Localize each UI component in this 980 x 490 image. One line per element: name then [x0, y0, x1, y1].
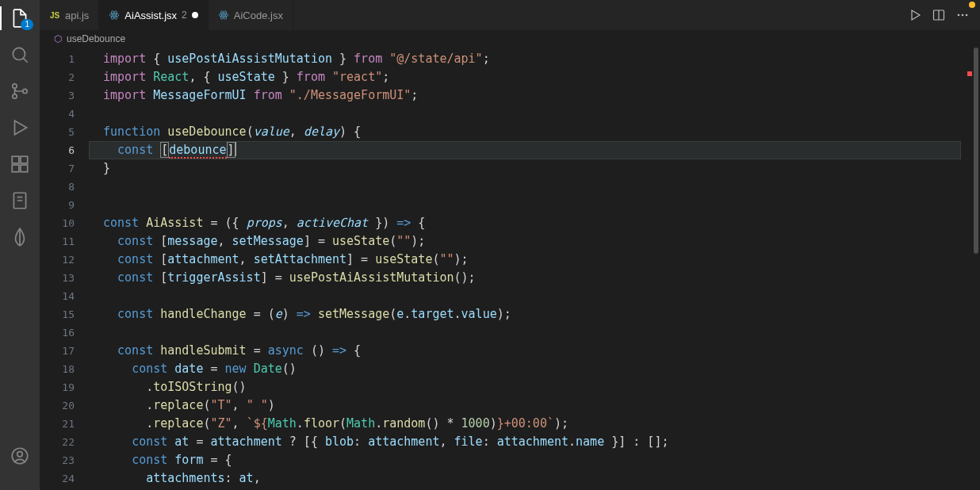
code-line[interactable]: import MessageFormUI from "./MessageForm…: [89, 86, 961, 105]
svg-point-20: [958, 14, 960, 17]
code-line[interactable]: attachments: at,: [89, 469, 961, 488]
run-icon[interactable]: [909, 9, 921, 21]
more-actions-icon[interactable]: [956, 9, 969, 21]
tab-api-js[interactable]: JSapi.js: [40, 0, 99, 30]
line-number: 7: [40, 159, 89, 178]
editor-group: JSapi.jsAiAssist.jsx2AiCode.jsx ⬡ useDeb…: [40, 0, 980, 490]
notes-icon[interactable]: [10, 190, 30, 211]
code-content[interactable]: import { usePostAiAssistMutation } from …: [89, 48, 961, 490]
line-number: 21: [40, 415, 89, 433]
code-line[interactable]: const handleSubmit = async () => {: [89, 342, 961, 360]
code-line[interactable]: [89, 178, 961, 196]
code-line[interactable]: const AiAssist = ({ props, activeChat })…: [89, 214, 961, 232]
vertical-scrollbar[interactable]: [972, 48, 980, 490]
code-line[interactable]: const form = {: [89, 451, 961, 469]
code-line[interactable]: const [message, setMessage] = useState("…: [89, 232, 961, 251]
svg-rect-4: [12, 156, 19, 163]
text-cursor: [235, 142, 236, 156]
line-number: 1: [40, 50, 89, 68]
js-file-icon: JS: [49, 11, 60, 20]
tab-bar: JSapi.jsAiAssist.jsx2AiCode.jsx: [40, 0, 980, 30]
line-number: 18: [40, 360, 89, 378]
svg-point-2: [13, 94, 17, 98]
code-line[interactable]: function useDebounce(value, delay) {: [89, 123, 961, 141]
svg-rect-6: [12, 165, 19, 172]
extensions-icon[interactable]: [10, 154, 30, 174]
line-number: 20: [40, 396, 89, 415]
tab-problem-count: 2: [182, 10, 187, 21]
tab-aiassist-jsx[interactable]: AiAssist.jsx2: [99, 0, 208, 30]
explorer-badge: 1: [21, 19, 33, 30]
line-number: 23: [40, 451, 89, 469]
svg-point-1: [13, 84, 17, 88]
jsx-file-icon: [109, 10, 120, 21]
line-number: 10: [40, 214, 89, 232]
svg-rect-5: [21, 156, 28, 163]
code-line[interactable]: const handleChange = (e) => setMessage(e…: [89, 305, 961, 323]
line-number: 3: [40, 86, 89, 105]
svg-rect-7: [21, 165, 28, 172]
line-number: 14: [40, 287, 89, 305]
code-line[interactable]: const [triggerAssist] = usePostAiAssistM…: [89, 269, 961, 287]
activity-bar: 1: [0, 0, 40, 490]
explorer-icon[interactable]: 1: [10, 8, 30, 29]
code-line[interactable]: import { usePostAiAssistMutation } from …: [89, 50, 961, 68]
code-line[interactable]: const at = attachment ? [{ blob: attachm…: [89, 433, 961, 451]
line-number: 15: [40, 305, 89, 323]
overview-ruler[interactable]: [961, 48, 972, 490]
line-number-gutter: 123456789101112131415161718192021222324: [40, 48, 89, 490]
line-number: 24: [40, 469, 89, 488]
svg-point-12: [110, 13, 120, 17]
code-line[interactable]: [89, 196, 961, 214]
code-line[interactable]: .toISOString(): [89, 378, 961, 396]
tab-aicode-jsx[interactable]: AiCode.jsx: [209, 0, 293, 30]
search-icon[interactable]: [10, 44, 30, 65]
line-number: 6: [40, 141, 89, 159]
line-number: 13: [40, 269, 89, 287]
svg-point-21: [962, 14, 964, 17]
code-line[interactable]: .replace("Z", `${Math.floor(Math.random(…: [89, 415, 961, 433]
run-debug-icon[interactable]: [10, 117, 30, 138]
line-number: 22: [40, 433, 89, 451]
line-number: 16: [40, 323, 89, 342]
svg-point-10: [17, 452, 23, 457]
line-number: 2: [40, 68, 89, 86]
svg-point-3: [23, 89, 27, 93]
scrollbar-thumb[interactable]: [974, 48, 978, 254]
breadcrumb[interactable]: ⬡ useDebounce: [40, 30, 980, 48]
line-number: 12: [40, 251, 89, 269]
code-line[interactable]: const [debounce]: [89, 141, 961, 159]
svg-point-16: [219, 13, 228, 17]
split-editor-icon[interactable]: [932, 9, 945, 21]
code-line[interactable]: const date = new Date(): [89, 360, 961, 378]
line-number: 17: [40, 342, 89, 360]
line-number: 9: [40, 196, 89, 214]
svg-point-15: [223, 14, 224, 16]
tab-label: AiCode.jsx: [234, 10, 283, 21]
code-line[interactable]: [89, 287, 961, 305]
code-line[interactable]: }: [89, 159, 961, 178]
code-line[interactable]: import React, { useState } from "react";: [89, 68, 961, 86]
accounts-icon[interactable]: [10, 446, 30, 466]
editor-title-actions: [898, 0, 980, 30]
line-number: 4: [40, 105, 89, 123]
code-line[interactable]: const [attachment, setAttachment] = useS…: [89, 251, 961, 269]
line-number: 19: [40, 378, 89, 396]
svg-point-22: [966, 14, 968, 17]
line-number: 8: [40, 178, 89, 196]
tab-label: api.js: [65, 10, 89, 21]
jsx-file-icon: [218, 10, 229, 21]
line-number: 5: [40, 123, 89, 141]
line-number: 11: [40, 232, 89, 251]
code-line[interactable]: [89, 105, 961, 123]
mongodb-icon[interactable]: [10, 227, 30, 247]
breadcrumb-label: useDebounce: [67, 33, 125, 44]
code-line[interactable]: [89, 323, 961, 342]
code-line[interactable]: .replace("T", " "): [89, 396, 961, 415]
dirty-indicator-icon: [192, 12, 198, 18]
svg-point-11: [113, 14, 115, 16]
source-control-icon[interactable]: [10, 81, 30, 101]
code-editor[interactable]: 123456789101112131415161718192021222324 …: [40, 48, 980, 490]
cube-icon: ⬡: [54, 33, 62, 44]
svg-point-0: [13, 48, 25, 59]
